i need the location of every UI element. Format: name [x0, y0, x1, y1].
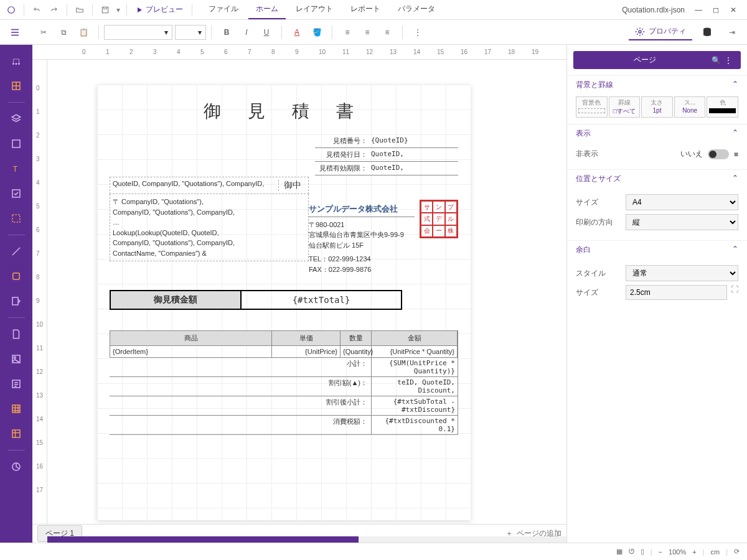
more-icon[interactable]: ⋮ [722, 56, 735, 65]
maximize-icon[interactable]: ◻ [710, 6, 722, 14]
properties-pane: ページ 🔍 ⋮ 背景と罫線⌃ 背景色 罫線□すべて 太さ1pt ス...None… [566, 45, 747, 543]
design-canvas[interactable]: 御 見 積 書 見積番号：{QuoteID} 見積発行日：QuoteID, 見積… [47, 60, 566, 524]
svg-rect-17 [12, 405, 20, 413]
unit-label[interactable]: cm [710, 548, 720, 556]
preview-button[interactable]: プレビュー [131, 2, 188, 17]
italic-icon[interactable]: I [237, 22, 256, 42]
tool-chart-icon[interactable] [5, 455, 27, 478]
refresh-icon[interactable]: ⟳ [734, 548, 740, 556]
align-center-icon[interactable]: ≡ [357, 22, 377, 42]
border-cell[interactable]: 罫線□すべて [609, 96, 641, 118]
tool-richtext-icon[interactable] [5, 373, 27, 395]
close-icon[interactable]: ✕ [727, 6, 740, 14]
tool-container-icon[interactable] [5, 207, 27, 230]
tool-image-icon[interactable] [5, 348, 27, 370]
company-seal[interactable]: サンプ 式デル 会ー株 [420, 200, 458, 238]
open-icon[interactable] [71, 1, 88, 19]
tool-layer-icon[interactable] [5, 108, 27, 130]
page-size-select[interactable]: A4 [626, 194, 738, 210]
report-page[interactable]: 御 見 積 書 見積番号：{QuoteID} 見積発行日：QuoteID, 見積… [97, 85, 471, 520]
tool-subreport-icon[interactable] [5, 290, 27, 312]
save-icon[interactable] [96, 1, 114, 19]
horizontal-scrollbar[interactable] [47, 536, 566, 543]
svg-point-4 [12, 63, 14, 65]
tool-document-icon[interactable] [5, 323, 27, 345]
width-cell[interactable]: 太さ1pt [641, 96, 673, 118]
seller-name: サンプルデータ株式会社 [309, 203, 415, 217]
items-table[interactable]: 商品 単価 数量 金額 {OrderItem} {UnitPrice} {Qua… [110, 330, 458, 435]
save-dropdown-icon[interactable]: ▾ [114, 1, 123, 19]
font-family-select[interactable]: ▾ [104, 25, 172, 40]
menu-file[interactable]: ファイル [201, 0, 246, 19]
style-cell[interactable]: ス...None [674, 96, 706, 118]
col-header: 金額 [372, 331, 458, 345]
minimize-icon[interactable]: — [692, 6, 705, 14]
grid-icon[interactable]: ▦ [616, 548, 622, 556]
tool-checkbox-icon[interactable] [5, 182, 27, 205]
bold-icon[interactable]: B [217, 22, 237, 42]
more-icon[interactable]: ⋮ [408, 22, 428, 42]
paste-icon[interactable]: 📋 [73, 22, 93, 42]
undo-icon[interactable] [28, 1, 45, 19]
seller-block[interactable]: サンプルデータ株式会社 〒980-0021 宮城県仙台市青葉区中央9-99-9 … [309, 203, 415, 274]
section-background[interactable]: 背景と罫線⌃ [567, 75, 747, 94]
tool-table-icon[interactable] [5, 398, 27, 420]
hamburger-icon[interactable] [5, 22, 25, 42]
cut-icon[interactable]: ✂ [34, 22, 54, 42]
titlebar: ▾ プレビュー ファイル ホーム レイアウト レポート パラメータ Quotat… [0, 0, 747, 20]
copy-icon[interactable]: ⧉ [54, 22, 73, 42]
menu-layout[interactable]: レイアウト [288, 0, 341, 19]
section-position[interactable]: 位置とサイズ⌃ [567, 169, 747, 188]
margin-style-select[interactable]: 通常 [626, 265, 738, 281]
tool-list-icon[interactable] [5, 133, 27, 155]
margin-size-input[interactable] [626, 285, 727, 300]
table-row[interactable]: {OrderItem} {UnitPrice} {Quantity} {Unit… [110, 346, 458, 358]
orientation-select[interactable]: 縦 [626, 214, 738, 230]
sum-label: 割引額(▲)： [110, 377, 371, 396]
menu-report[interactable]: レポート [343, 0, 388, 19]
prop-label: サイズ [576, 197, 626, 208]
underline-icon[interactable]: U [256, 22, 276, 42]
tool-text-icon[interactable]: T [5, 157, 27, 180]
menu-params[interactable]: パラメータ [390, 0, 443, 19]
recipient-block[interactable]: QuoteID, CompanyID, "Quotations"), Compa… [110, 177, 309, 261]
expand-icon[interactable]: ⛶ [731, 285, 738, 300]
datasource-icon[interactable] [697, 22, 717, 42]
report-heading[interactable]: 御 見 積 書 [97, 100, 471, 123]
color-cell[interactable]: 色 [707, 96, 738, 118]
meta-value[interactable]: QuoteID, [371, 150, 458, 159]
tool-matrix-icon[interactable] [5, 422, 27, 445]
fill-color-icon[interactable]: 🪣 [307, 22, 327, 42]
guides-icon[interactable]: ▯ [641, 548, 644, 556]
meta-value[interactable]: QuoteID, [371, 164, 458, 173]
tool-tablix-icon[interactable] [5, 75, 27, 97]
vertical-ruler: 01234567891011121314151617 [32, 60, 47, 524]
tool-data-icon[interactable] [5, 50, 27, 72]
zoom-out-icon[interactable]: − [659, 548, 662, 556]
tool-shape-icon[interactable] [5, 265, 27, 287]
panel-toggle-icon[interactable]: ⇥ [722, 22, 742, 42]
meta-value[interactable]: {QuoteID} [371, 136, 458, 146]
section-margin[interactable]: 余白⌃ [567, 240, 747, 259]
font-size-select[interactable]: ▾ [175, 25, 206, 40]
section-display[interactable]: 表示⌃ [567, 124, 747, 142]
align-right-icon[interactable]: ≡ [377, 22, 397, 42]
search-icon[interactable]: 🔍 [710, 56, 722, 65]
tool-line-icon[interactable] [5, 240, 27, 263]
zoom-in-icon[interactable]: + [692, 548, 696, 556]
bg-color-cell[interactable]: 背景色 [576, 96, 608, 118]
snap-icon[interactable]: ᘎ [629, 548, 634, 556]
align-left-icon[interactable]: ≡ [337, 22, 357, 42]
ribbon: ✂ ⧉ 📋 ▾ ▾ B I U A 🪣 ≡ ≡ ≡ ⋮ プロパティ ⇥ [0, 20, 747, 45]
preview-label: プレビュー [146, 4, 183, 15]
font-color-icon[interactable]: A [287, 22, 307, 42]
hidden-toggle[interactable] [708, 149, 729, 159]
app-logo-icon[interactable] [2, 1, 20, 19]
fx-icon[interactable]: ■ [734, 150, 738, 159]
total-box[interactable]: 御見積金額 {#txtTotal} [110, 290, 402, 310]
svg-rect-10 [12, 190, 20, 197]
redo-icon[interactable] [45, 1, 63, 19]
properties-tab[interactable]: プロパティ [629, 24, 692, 40]
prop-header: ページ 🔍 ⋮ [573, 51, 741, 69]
menu-home[interactable]: ホーム [248, 0, 286, 19]
